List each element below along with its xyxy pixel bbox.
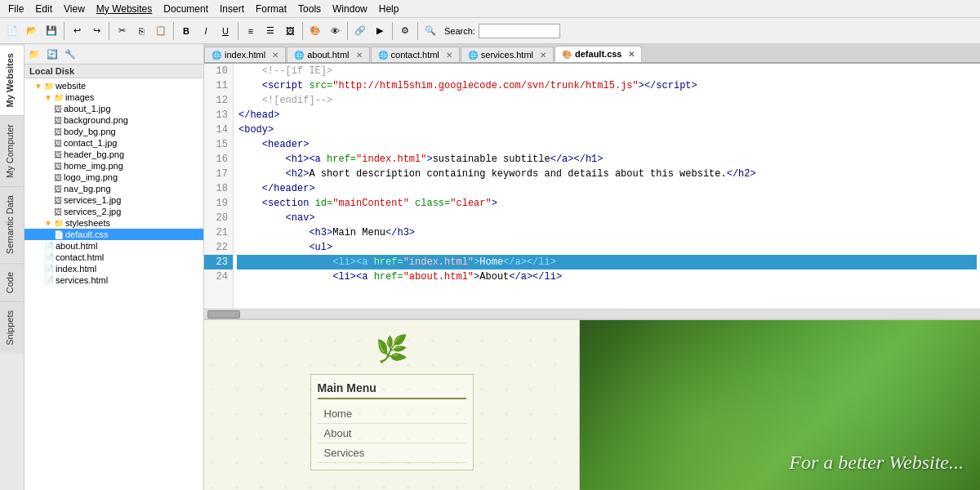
list-item[interactable]: ▼ 📁 website xyxy=(24,80,203,91)
toolbar-sep-1 xyxy=(64,22,65,40)
toolbar-undo[interactable]: ↩ xyxy=(68,22,86,40)
list-item[interactable]: 📄 contact.html xyxy=(24,252,203,263)
tab-close-contact[interactable]: ✕ xyxy=(446,51,452,60)
line-num-24: 24 xyxy=(204,270,233,284)
line-num-21: 21 xyxy=(204,225,233,240)
line-num-22: 22 xyxy=(204,240,233,255)
toolbar-sep-3 xyxy=(173,22,174,40)
toolbar-paste[interactable]: 📋 xyxy=(152,22,170,40)
tab-about-html[interactable]: 🌐 about.html ✕ xyxy=(287,47,369,62)
toolbar-list-ul[interactable]: ☰ xyxy=(261,22,279,40)
list-item[interactable]: 📄 default.css xyxy=(24,229,203,240)
file-label: about_1.jpg xyxy=(64,104,111,114)
code-line-16: <h1><a href="index.html">sustainable sub… xyxy=(237,152,977,167)
code-line-13: </head> xyxy=(237,108,977,122)
menu-help[interactable]: Help xyxy=(374,2,404,16)
code-line-17: <h2>A short description containing keywo… xyxy=(237,167,977,181)
list-item[interactable]: 🖼 contact_1.jpg xyxy=(24,137,203,149)
list-item[interactable]: 🖼 services_1.jpg xyxy=(24,194,203,206)
file-panel-refresh[interactable]: 🔄 xyxy=(44,46,60,62)
line-num-17: 17 xyxy=(204,167,233,181)
menu-my-websites[interactable]: My Websites xyxy=(91,2,157,16)
menu-file[interactable]: File xyxy=(3,2,29,16)
sidebar-item-my-computer[interactable]: My Computer xyxy=(0,115,24,186)
code-line-10: <!--[if IE]> xyxy=(237,64,977,78)
line-num-10: 10 xyxy=(204,64,233,78)
menu-format[interactable]: Format xyxy=(251,2,292,16)
list-item[interactable]: 🖼 body_bg.png xyxy=(24,126,203,137)
line-num-23: 23 xyxy=(204,255,233,270)
toolbar-link[interactable]: 🔗 xyxy=(351,22,369,40)
toolbar-underline[interactable]: U xyxy=(216,22,234,40)
toolbar-cut[interactable]: ✂ xyxy=(113,22,131,40)
horizontal-scrollbar[interactable] xyxy=(204,309,980,318)
toolbar-copy[interactable]: ⎘ xyxy=(132,22,150,40)
tab-contact-html[interactable]: 🌐 contact.html ✕ xyxy=(371,47,460,62)
list-item[interactable]: 📄 services.html xyxy=(24,274,203,286)
list-item[interactable]: 🖼 home_img.png xyxy=(24,160,203,172)
tab-close-index[interactable]: ✕ xyxy=(272,51,278,60)
toolbar-image[interactable]: 🖼 xyxy=(281,22,299,40)
list-item[interactable]: ▼ 📁 images xyxy=(24,91,203,103)
tab-close-about[interactable]: ✕ xyxy=(356,51,363,60)
list-item[interactable]: 📄 index.html xyxy=(24,263,203,274)
toolbar-preview[interactable]: 👁 xyxy=(326,22,344,40)
search-label: Search: xyxy=(444,26,475,36)
toolbar-redo[interactable]: ↪ xyxy=(87,22,105,40)
collapse-icon: ▼ xyxy=(34,82,42,91)
toolbar-find[interactable]: 🔍 xyxy=(421,22,439,40)
sidebar-item-snippets[interactable]: Snippets xyxy=(0,301,24,354)
menu-tools[interactable]: Tools xyxy=(293,2,326,16)
tab-close-services[interactable]: ✕ xyxy=(540,51,546,60)
menu-view[interactable]: View xyxy=(59,2,90,16)
list-item[interactable]: 🖼 services_2.jpg xyxy=(24,206,203,217)
tab-label: services.html xyxy=(481,50,533,60)
search-input[interactable] xyxy=(479,24,560,38)
html-file-icon: 📄 xyxy=(44,265,54,274)
toolbar-open[interactable]: 📂 xyxy=(23,22,41,40)
file-label: website xyxy=(56,81,86,91)
list-item[interactable]: ▼ 📁 stylesheets xyxy=(24,217,203,229)
toolbar-more2[interactable]: ⚙ xyxy=(396,22,414,40)
file-panel-new-folder[interactable]: 📁 xyxy=(26,46,42,62)
sidebar-item-code[interactable]: Code xyxy=(0,263,24,301)
menu-window[interactable]: Window xyxy=(327,2,372,16)
toolbar-sep-7 xyxy=(392,22,393,40)
menu-edit[interactable]: Edit xyxy=(30,2,57,16)
list-item[interactable]: 📄 about.html xyxy=(24,240,203,252)
list-item[interactable]: 🖼 about_1.jpg xyxy=(24,103,203,114)
toolbar-more1[interactable]: ▶ xyxy=(371,22,389,40)
tab-services-html[interactable]: 🌐 services.html ✕ xyxy=(461,47,554,62)
tab-default-css[interactable]: 🎨 default.css ✕ xyxy=(555,46,642,62)
toolbar-sep-5 xyxy=(302,22,303,40)
image-icon: 🖼 xyxy=(54,162,62,171)
menu-document[interactable]: Document xyxy=(158,2,213,16)
html-icon: 🌐 xyxy=(378,51,388,60)
code-editor: 10 11 12 13 14 15 16 17 18 19 20 21 22 2… xyxy=(204,64,980,309)
code-content[interactable]: <!--[if IE]> <script src="http://html5sh… xyxy=(234,64,980,309)
list-item[interactable]: 🖼 background.png xyxy=(24,114,203,126)
toolbar-save[interactable]: 💾 xyxy=(42,22,60,40)
toolbar-italic[interactable]: I xyxy=(197,22,215,40)
code-line-11: <script src="http://html5shim.googlecode… xyxy=(237,78,977,93)
sidebar-item-my-websites[interactable]: My Websites xyxy=(0,44,24,115)
code-line-14: <body> xyxy=(237,122,977,137)
scrollbar-thumb[interactable] xyxy=(207,310,240,318)
preview-area: 🌿 Main Menu Home About Services For a be… xyxy=(204,318,980,490)
tab-close-css[interactable]: ✕ xyxy=(628,50,635,59)
toolbar-bold[interactable]: B xyxy=(177,22,195,40)
file-panel-filter[interactable]: 🔧 xyxy=(62,46,78,62)
list-item[interactable]: 🖼 logo_img.png xyxy=(24,172,203,183)
css-icon: 🎨 xyxy=(562,50,572,59)
code-line-19: <section id="mainContent" class="clear"> xyxy=(237,196,977,211)
editor-area: 🌐 index.html ✕ 🌐 about.html ✕ 🌐 contact.… xyxy=(204,44,980,490)
toolbar-list-ol[interactable]: ≡ xyxy=(242,22,260,40)
list-item[interactable]: 🖼 nav_bg.png xyxy=(24,183,203,194)
menu-insert[interactable]: Insert xyxy=(215,2,249,16)
tab-index-html[interactable]: 🌐 index.html ✕ xyxy=(204,47,286,62)
sidebar-item-semantic-data[interactable]: Semantic Data xyxy=(0,186,24,262)
list-item[interactable]: 🖼 header_bg.png xyxy=(24,149,203,160)
toolbar-color[interactable]: 🎨 xyxy=(306,22,324,40)
file-panel-toolbar: 📁 🔄 🔧 xyxy=(24,44,203,65)
toolbar-new[interactable]: 📄 xyxy=(3,22,21,40)
